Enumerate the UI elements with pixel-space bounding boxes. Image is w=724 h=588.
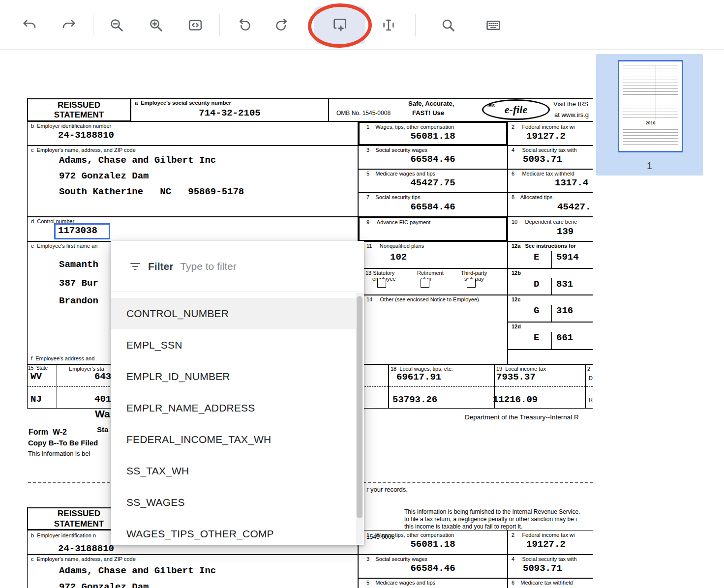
field-item-federal-income-tax-wh[interactable]: FEDERAL_INCOME_TAX_WH xyxy=(111,424,356,455)
box-3-2-value: 66584.46 xyxy=(358,563,508,574)
box-18-value-1: 69617.91 xyxy=(396,372,441,382)
box-6-2-label: 6 Medicare tax withheld xyxy=(512,580,573,586)
employer-name: Adams, Chase and Gilbert Inc xyxy=(59,155,216,166)
page-thumbnail[interactable]: 2010 xyxy=(618,60,683,152)
efile-logo: IRS e-file xyxy=(482,99,550,120)
wage-statement-cut: Wa xyxy=(95,408,110,420)
box-b-2-label: b Employer identification n xyxy=(31,532,96,538)
thumbnail-content-bottom xyxy=(623,129,678,146)
box-4-label: 4 Social security tax with xyxy=(512,147,577,153)
text-selection-tool-button[interactable] xyxy=(377,13,400,37)
box-13-label-2a: Retirement xyxy=(417,270,444,276)
info-cut-text: This information is bei xyxy=(28,450,90,457)
fit-width-icon xyxy=(188,18,203,32)
form-w2-label: Form W-2 xyxy=(29,428,67,437)
box-3-value: 66584.46 xyxy=(358,154,508,165)
box-12c-label: 12c xyxy=(512,296,520,302)
employer-name-2: Adams, Chase and Gilbert Inc xyxy=(59,565,216,576)
state-1-id: 643 xyxy=(94,371,111,382)
box-11-label: 11 Nonqualified plans xyxy=(366,243,424,249)
box-b-label: b Employer identification number xyxy=(31,123,111,129)
box-2-2-value: 19127.2 xyxy=(526,539,566,550)
dropdown-scrollbar-thumb[interactable] xyxy=(357,296,362,518)
box-5-value: 45427.75 xyxy=(358,177,508,188)
statement-cut: Sta xyxy=(97,425,108,434)
box-14-label: 14 Other (see enclosed Notice to Employe… xyxy=(366,296,479,302)
treasury-text: Department of the Treasury--Internal R xyxy=(465,413,579,421)
box-12-extra xyxy=(508,350,593,364)
redo-button[interactable] xyxy=(57,13,81,37)
field-item-emplr-id-number[interactable]: EMPLR_ID_NUMBER xyxy=(111,361,356,392)
box-12d-label: 12d xyxy=(512,323,521,329)
visit-irs-text: Visit the IRS xyxy=(553,100,588,108)
statutory-employee-checkbox[interactable] xyxy=(377,279,386,288)
box-14 xyxy=(358,295,508,364)
box-8-value: 45427. xyxy=(557,202,591,212)
text-selection-icon xyxy=(381,18,396,32)
copy-b-label: Copy B--To Be Filed xyxy=(28,439,98,447)
box-3-label: 3 Social security wages xyxy=(366,147,427,153)
search-button[interactable] xyxy=(436,13,460,37)
box-3-2-label: 3 Social security wages xyxy=(366,556,427,562)
box-18-value-2: 53793.26 xyxy=(392,394,437,405)
field-item-ss-wages[interactable]: SS_WAGES xyxy=(111,487,356,518)
box-2-2-label: 2 Federal income tax wi xyxy=(512,532,574,538)
field-item-wages-tips-other-comp[interactable]: WAGES_TIPS_OTHER_COMP xyxy=(111,518,356,545)
reissued-line2: STATEMENT xyxy=(27,110,131,120)
rotate-left-button[interactable] xyxy=(233,13,256,37)
page-number-label: 1 xyxy=(596,160,703,172)
field-list: CONTROL_NUMBER EMPL_SSN EMPLR_ID_NUMBER … xyxy=(111,292,364,545)
locality-2: R xyxy=(589,397,593,403)
box-12d-code: E xyxy=(534,332,539,343)
employer-street-2: 972 Gonzalez Dam xyxy=(59,582,149,588)
locality-1: D xyxy=(589,375,593,381)
box-13-label-3a: Third-party xyxy=(461,270,487,276)
control-number-selection[interactable] xyxy=(54,223,110,239)
app-root: REISSUED STATEMENT a Employee's social s… xyxy=(0,0,724,588)
rotate-right-button[interactable] xyxy=(270,13,294,37)
box-10-label: 10 Dependent care bene xyxy=(512,219,577,225)
rotate-right-icon xyxy=(274,18,289,32)
box-12b-label: 12b xyxy=(512,270,521,276)
box-12a-label: 12a See instructions for xyxy=(512,243,576,249)
redo-icon xyxy=(61,18,76,32)
zoom-out-icon xyxy=(109,18,124,32)
box-2-value: 19127.2 xyxy=(526,131,566,142)
state-2-id: 401 xyxy=(94,394,111,405)
visit-url-text: at www.irs.g xyxy=(554,111,589,118)
box-12b-divider xyxy=(551,278,552,295)
box-12b-value: 831 xyxy=(556,279,573,290)
safe-accurate-text: Safe, Accurate, xyxy=(408,100,454,107)
fit-width-button[interactable] xyxy=(183,13,207,37)
zoom-in-button[interactable] xyxy=(144,13,168,37)
zoom-out-button[interactable] xyxy=(105,13,128,37)
state-1: WV xyxy=(30,371,42,382)
box-18-label: 18 Local wages, tips, etc. xyxy=(391,366,453,372)
furnish-line1: This information is being furnished to t… xyxy=(404,508,580,515)
ein-2-value: 24-3188810 xyxy=(58,543,114,554)
retirement-plan-checkbox[interactable] xyxy=(421,279,429,288)
field-item-control-number[interactable]: CONTROL_NUMBER xyxy=(111,298,356,329)
box-1-2-label: 1 Wages, tips, other compensation xyxy=(366,532,454,538)
reissued-line1: REISSUED xyxy=(27,100,131,110)
field-item-ss-tax-wh[interactable]: SS_TAX_WH xyxy=(111,455,356,487)
employer-city: South Katherine NC 95869-5178 xyxy=(59,186,244,197)
box-e-label: e Employee's first name an xyxy=(31,243,97,249)
state-2: NJ xyxy=(30,394,42,405)
undo-button[interactable] xyxy=(18,13,41,37)
add-region-tool-button[interactable] xyxy=(328,13,352,36)
keyboard-button[interactable] xyxy=(482,13,505,37)
box-12c-value: 316 xyxy=(556,305,573,316)
field-item-empl-ssn[interactable]: EMPL_SSN xyxy=(111,329,356,361)
box-7-label: 7 Social security tips xyxy=(366,194,420,200)
box-4-value: 5093.71 xyxy=(523,154,562,165)
box-f-label: f Employee's address and xyxy=(31,355,94,361)
box-1-label: 1 Wages, tips, other compensation xyxy=(366,124,454,130)
filter-input[interactable] xyxy=(180,261,328,272)
third-party-sick-pay-checkbox[interactable] xyxy=(467,279,476,288)
box-c-label: c Employer's name, address, and ZIP code xyxy=(31,147,136,153)
field-item-emplr-name-address[interactable]: EMPLR_NAME_ADDRESS xyxy=(111,392,356,424)
efile-text: e-file xyxy=(505,103,527,116)
filter-label: Filter xyxy=(148,261,173,272)
search-icon xyxy=(441,18,455,32)
